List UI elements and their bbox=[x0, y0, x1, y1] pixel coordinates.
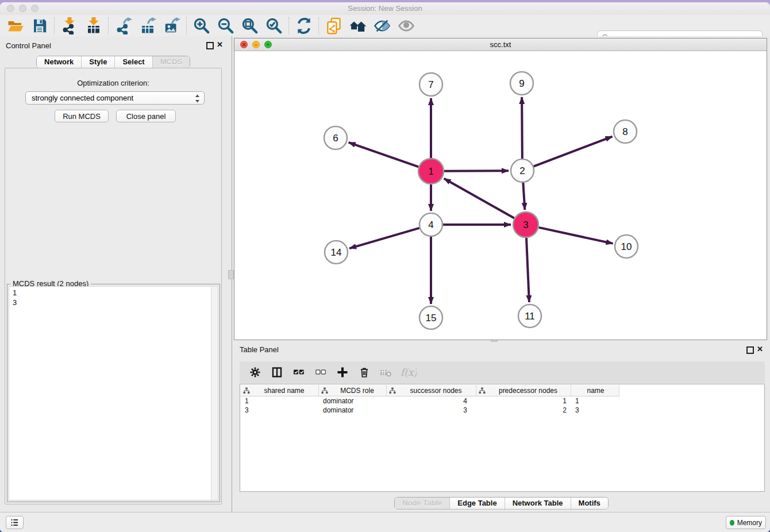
graph-edge-2-3[interactable] bbox=[523, 183, 525, 210]
graph-edge-2-9[interactable] bbox=[522, 97, 522, 159]
graph-edge-1-6[interactable] bbox=[349, 142, 419, 167]
hide-selected-icon bbox=[374, 17, 391, 34]
add-button[interactable] bbox=[334, 364, 351, 380]
show-panels-button[interactable] bbox=[6, 516, 24, 529]
zoom-selected-button[interactable] bbox=[264, 17, 284, 35]
svg-text:2: 2 bbox=[519, 165, 525, 176]
trash-button[interactable] bbox=[356, 364, 373, 380]
graph-edge-1-2[interactable] bbox=[444, 171, 509, 171]
home-view-button[interactable] bbox=[348, 17, 368, 35]
graph-node-6[interactable]: 6 bbox=[324, 126, 347, 149]
table-cell[interactable]: dominator bbox=[319, 396, 387, 406]
column-type-icon bbox=[389, 387, 396, 394]
gear-button[interactable] bbox=[247, 364, 264, 380]
column-header-name[interactable]: name bbox=[571, 385, 619, 396]
criterion-select[interactable]: strongly connected component bbox=[25, 91, 205, 105]
column-header-MCDS-role[interactable]: MCDS role bbox=[319, 385, 387, 396]
tab-motifs[interactable]: Motifs bbox=[571, 498, 608, 509]
export-table-button[interactable] bbox=[137, 17, 158, 35]
graph-edge-4-14[interactable] bbox=[349, 228, 419, 248]
run-mcds-button[interactable]: Run MCDS bbox=[55, 110, 109, 122]
select-all-button[interactable] bbox=[290, 364, 307, 380]
graph-node-2[interactable]: 2 bbox=[511, 159, 534, 182]
mcds-result-textarea[interactable]: 13 bbox=[9, 286, 218, 500]
svg-text:4: 4 bbox=[428, 219, 433, 230]
table-cell[interactable]: 4 bbox=[387, 396, 476, 406]
table-cell[interactable]: 3 bbox=[571, 406, 619, 415]
svg-text:11: 11 bbox=[525, 311, 535, 322]
tab-select[interactable]: Select bbox=[115, 56, 152, 68]
column-header-successor-nodes[interactable]: successor nodes bbox=[387, 385, 476, 396]
copy-view-button[interactable] bbox=[324, 17, 344, 35]
table-cell[interactable]: 2 bbox=[476, 406, 571, 415]
import-network-button[interactable] bbox=[59, 17, 80, 35]
graph-edge-3-11[interactable] bbox=[526, 238, 529, 302]
close-panel-button[interactable]: Close panel bbox=[116, 110, 176, 122]
refresh-view-icon bbox=[295, 17, 313, 34]
zoom-out-button[interactable] bbox=[215, 17, 236, 35]
table-cell[interactable]: 3 bbox=[387, 406, 476, 415]
table-cell[interactable]: 3 bbox=[241, 406, 319, 415]
graph-node-4[interactable]: 4 bbox=[419, 213, 442, 236]
column-header-shared-name[interactable]: shared name bbox=[241, 385, 319, 396]
open-file-button[interactable] bbox=[5, 17, 26, 35]
list-icon bbox=[10, 518, 20, 527]
zoom-fit-icon bbox=[241, 17, 259, 34]
table-cell[interactable]: 1 bbox=[241, 396, 319, 406]
svg-text:10: 10 bbox=[621, 241, 632, 252]
split-columns-button[interactable] bbox=[268, 364, 286, 380]
tab-edge-table[interactable]: Edge Table bbox=[450, 498, 505, 509]
tab-network[interactable]: Network bbox=[37, 56, 82, 68]
graph-edge-3-10[interactable] bbox=[538, 228, 613, 244]
column-header-predecessor-nodes[interactable]: predecessor nodes bbox=[476, 385, 571, 396]
graph-node-9[interactable]: 9 bbox=[510, 72, 533, 95]
zoom-fit-button[interactable] bbox=[240, 17, 260, 35]
zoom-in-button[interactable] bbox=[191, 17, 212, 35]
graph-node-8[interactable]: 8 bbox=[614, 120, 637, 143]
mcds-result-line: 3 bbox=[9, 298, 218, 307]
add-icon bbox=[337, 367, 348, 378]
table-cell[interactable]: 1 bbox=[571, 396, 619, 406]
network-canvas[interactable]: 7968124314101511 bbox=[234, 51, 767, 340]
mcds-result-group: MCDS result (2 nodes) 13 bbox=[7, 284, 220, 502]
export-network-button[interactable] bbox=[113, 17, 134, 35]
tab-node-table[interactable]: Node Table bbox=[395, 498, 450, 509]
table-cell[interactable]: dominator bbox=[319, 406, 387, 415]
graph-node-10[interactable]: 10 bbox=[615, 235, 638, 258]
result-scrollbar[interactable] bbox=[211, 287, 218, 500]
graph-node-15[interactable]: 15 bbox=[419, 306, 442, 329]
close-table-panel-icon[interactable]: ✕ bbox=[757, 346, 763, 352]
function-fx-button: f(x) bbox=[399, 364, 417, 380]
save-session-button[interactable] bbox=[29, 17, 50, 35]
import-table-button[interactable] bbox=[83, 17, 104, 35]
table-cell[interactable]: 1 bbox=[476, 396, 571, 406]
network-window-titlebar: ✕ − + scc.txt bbox=[234, 38, 767, 51]
tab-mcds[interactable]: MCDS bbox=[153, 56, 190, 68]
float-panel-icon[interactable] bbox=[206, 42, 214, 49]
deselect-all-button[interactable] bbox=[312, 364, 329, 380]
zoom-in-icon bbox=[193, 17, 210, 34]
tab-style[interactable]: Style bbox=[82, 56, 115, 68]
hide-selected-button[interactable] bbox=[372, 17, 392, 35]
graph-node-1[interactable]: 1 bbox=[418, 159, 444, 184]
graph-edge-2-8[interactable] bbox=[534, 137, 613, 167]
graph-node-11[interactable]: 11 bbox=[518, 304, 541, 327]
open-file-icon bbox=[7, 17, 24, 34]
export-image-button[interactable] bbox=[161, 17, 182, 35]
float-table-panel-icon[interactable] bbox=[746, 346, 754, 354]
graph-node-14[interactable]: 14 bbox=[325, 241, 348, 264]
zoom-selected-icon bbox=[265, 17, 283, 34]
graph-edge-3-1[interactable] bbox=[444, 179, 514, 218]
graph-node-3[interactable]: 3 bbox=[513, 212, 538, 237]
tab-network-table[interactable]: Network Table bbox=[505, 498, 571, 509]
memory-button[interactable]: Memory bbox=[726, 516, 766, 529]
show-hidden-button[interactable] bbox=[396, 17, 417, 35]
graph-node-7[interactable]: 7 bbox=[419, 73, 442, 96]
refresh-view-button[interactable] bbox=[294, 17, 314, 35]
close-panel-icon[interactable]: ✕ bbox=[217, 41, 223, 48]
table-row[interactable]: 3dominator323 bbox=[241, 406, 619, 415]
zoom-out-icon bbox=[217, 17, 234, 34]
export-image-icon bbox=[163, 17, 180, 34]
table-row[interactable]: 1dominator411 bbox=[241, 396, 619, 406]
panel-divider-grip[interactable] bbox=[228, 270, 234, 279]
